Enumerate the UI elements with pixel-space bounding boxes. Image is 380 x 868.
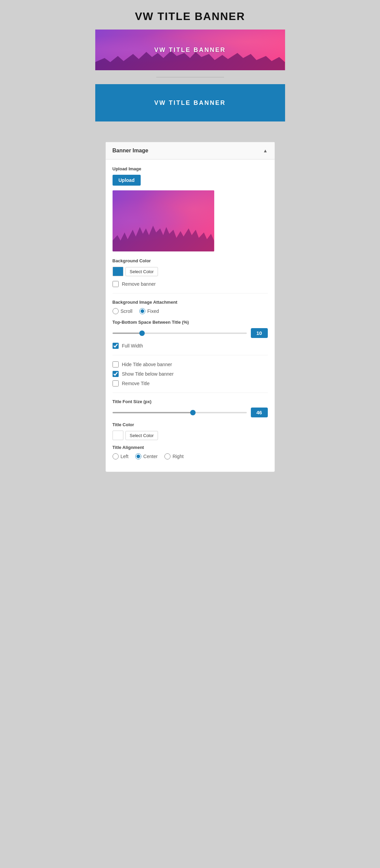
left-radio-item: Left bbox=[113, 453, 128, 459]
remove-title-label: Remove Title bbox=[122, 381, 150, 386]
title-color-row: Select Color bbox=[113, 431, 268, 440]
title-alignment-label: Title Alignment bbox=[113, 445, 268, 450]
top-bottom-space-thumb[interactable] bbox=[139, 331, 145, 336]
fixed-radio[interactable] bbox=[139, 308, 145, 314]
title-font-size-fill bbox=[113, 412, 193, 413]
remove-banner-checkbox[interactable] bbox=[113, 281, 119, 287]
select-title-color-button[interactable]: Select Color bbox=[125, 431, 158, 440]
top-section: VW TITLE BANNER VW TITLE BANNER VW TITLE… bbox=[0, 0, 380, 128]
panel-body: Upload Image Upload Background Color Sel… bbox=[106, 159, 275, 472]
top-bottom-space-track bbox=[113, 333, 247, 334]
panel-wrapper: Banner Image ▲ Upload Image Upload Backg… bbox=[0, 128, 380, 492]
upload-button[interactable]: Upload bbox=[113, 175, 141, 186]
remove-banner-label: Remove banner bbox=[122, 281, 156, 287]
full-width-checkbox[interactable] bbox=[113, 343, 119, 349]
full-width-row: Full Width bbox=[113, 343, 268, 349]
title-font-size-slider-row: 46 bbox=[113, 408, 268, 417]
collapse-icon: ▲ bbox=[263, 148, 268, 153]
title-color-label: Title Color bbox=[113, 422, 268, 427]
panel-header-title: Banner Image bbox=[113, 148, 148, 154]
scroll-label: Scroll bbox=[121, 308, 133, 314]
fixed-label: Fixed bbox=[147, 308, 159, 314]
upload-image-label: Upload Image bbox=[113, 166, 268, 171]
settings-panel: Banner Image ▲ Upload Image Upload Backg… bbox=[105, 142, 275, 472]
divider bbox=[156, 77, 224, 77]
remove-title-row: Remove Title bbox=[113, 380, 268, 386]
remove-title-checkbox[interactable] bbox=[113, 380, 119, 386]
background-color-label: Background Color bbox=[113, 258, 268, 263]
center-radio-item: Center bbox=[135, 453, 158, 459]
select-background-color-button[interactable]: Select Color bbox=[125, 267, 158, 276]
hide-title-checkbox[interactable] bbox=[113, 361, 119, 367]
center-label: Center bbox=[143, 454, 158, 459]
title-font-size-value: 46 bbox=[251, 408, 268, 417]
separator-1 bbox=[113, 293, 268, 294]
separator-2 bbox=[113, 355, 268, 355]
bg-attachment-row: Scroll Fixed bbox=[113, 308, 268, 314]
panel-header[interactable]: Banner Image ▲ bbox=[106, 142, 275, 159]
fixed-radio-item: Fixed bbox=[139, 308, 159, 314]
background-color-row: Select Color bbox=[113, 267, 268, 276]
top-bottom-space-slider-row: 10 bbox=[113, 328, 268, 338]
hide-title-row: Hide Title above banner bbox=[113, 361, 268, 367]
show-title-label: Show Title below banner bbox=[122, 371, 174, 377]
scroll-radio[interactable] bbox=[113, 308, 119, 314]
title-color-swatch[interactable] bbox=[113, 431, 123, 440]
scroll-radio-item: Scroll bbox=[113, 308, 133, 314]
show-title-checkbox[interactable] bbox=[113, 371, 119, 377]
bg-attachment-label: Background Image Attachment bbox=[113, 300, 268, 305]
banner-preview-1-text: VW TITLE BANNER bbox=[154, 46, 226, 54]
title-font-size-track bbox=[113, 412, 247, 413]
show-title-row: Show Title below banner bbox=[113, 371, 268, 377]
banner-blue-preview: VW TITLE BANNER bbox=[95, 84, 285, 121]
page-title: VW TITLE BANNER bbox=[135, 10, 245, 23]
center-radio[interactable] bbox=[135, 453, 141, 459]
right-label: Right bbox=[173, 454, 184, 459]
image-crowd bbox=[113, 224, 214, 251]
top-bottom-space-label: Top-Bottom Space Between Title (%) bbox=[113, 320, 268, 325]
left-radio[interactable] bbox=[113, 453, 119, 459]
banner-image-preview: VW TITLE BANNER bbox=[95, 30, 285, 70]
right-radio-item: Right bbox=[164, 453, 184, 459]
right-radio[interactable] bbox=[164, 453, 171, 459]
top-bottom-space-value: 10 bbox=[251, 328, 268, 338]
top-bottom-space-fill bbox=[113, 333, 142, 334]
image-preview-box bbox=[113, 190, 214, 251]
separator-3 bbox=[113, 393, 268, 393]
full-width-label: Full Width bbox=[122, 343, 143, 348]
title-font-size-thumb[interactable] bbox=[190, 410, 196, 415]
title-alignment-row: Left Center Right bbox=[113, 453, 268, 459]
hide-title-label: Hide Title above banner bbox=[122, 362, 172, 367]
left-label: Left bbox=[121, 454, 128, 459]
banner-preview-2-text: VW TITLE BANNER bbox=[154, 99, 226, 107]
background-color-swatch[interactable] bbox=[113, 267, 123, 276]
title-font-size-label: Title Font Size (px) bbox=[113, 399, 268, 404]
remove-banner-row: Remove banner bbox=[113, 281, 268, 287]
